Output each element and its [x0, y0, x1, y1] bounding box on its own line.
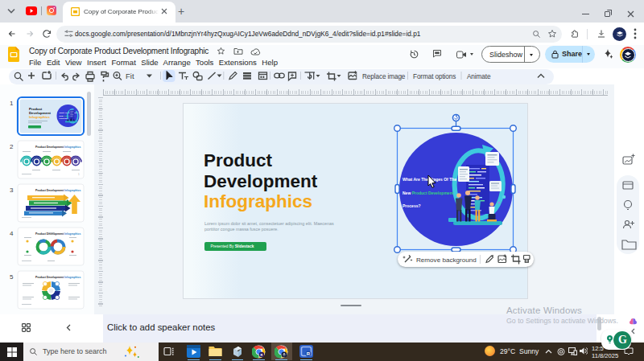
svg-text:Infographics: Infographics: [29, 115, 50, 119]
svg-text:Process?: Process?: [60, 117, 68, 120]
svg-text:Product Development Infographi: Product Development Infographics: [35, 232, 80, 236]
svg-text:1: 1: [10, 100, 14, 107]
svg-text:Fit: Fit: [126, 72, 134, 80]
svg-text:Animate: Animate: [467, 73, 491, 80]
svg-text:Format options: Format options: [413, 73, 456, 80]
svg-text:5: 5: [10, 273, 14, 281]
svg-text:3: 3: [10, 187, 14, 194]
svg-text:Remove background: Remove background: [416, 256, 477, 264]
svg-text:Product Development Infographi: Product Development Infographics: [35, 146, 80, 149]
svg-text:R: R: [307, 351, 311, 356]
svg-text:4: 4: [10, 230, 14, 237]
svg-text:Replace image: Replace image: [362, 73, 406, 80]
svg-text:Product Development Infographi: Product Development Infographics: [35, 276, 80, 279]
svg-text:Product Development Infographi: Product Development Infographics: [35, 189, 80, 192]
svg-text:2: 2: [10, 143, 14, 150]
svg-text:R: R: [261, 353, 263, 357]
